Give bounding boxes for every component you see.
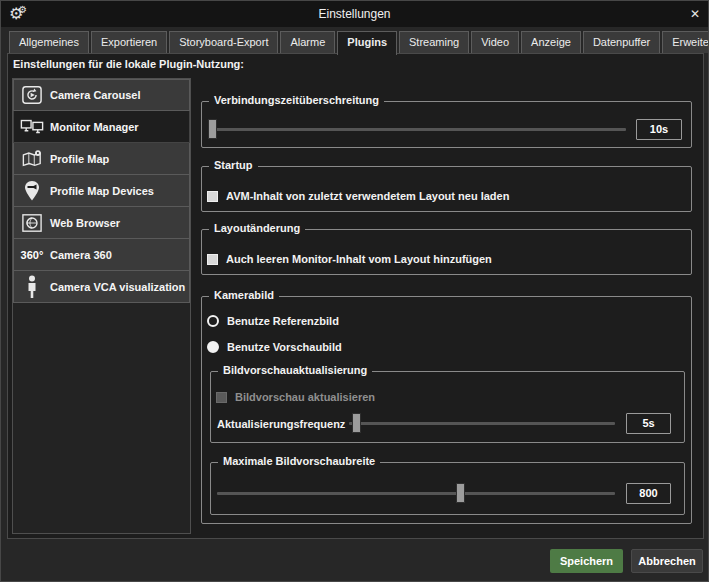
max-width-slider[interactable] (217, 483, 615, 503)
sidebar-item-label: Camera 360 (50, 249, 112, 261)
settings-dialog: ⚙⚙ Einstellungen ✕ Allgemeines Exportier… (0, 0, 709, 582)
group-startup: Startup AVM-Inhalt von zuletzt verwendet… (201, 166, 692, 212)
tab-alarme[interactable]: Alarme (280, 31, 335, 53)
profile-map-devices-icon (14, 180, 50, 202)
tab-allgemeines[interactable]: Allgemeines (9, 31, 89, 53)
tab-streaming[interactable]: Streaming (399, 31, 469, 53)
group-max-preview-width: Maximale Bildvorschaubreite 800 (210, 462, 685, 515)
tab-anzeige[interactable]: Anzeige (521, 31, 581, 53)
tab-erweitert[interactable]: Erweitert (662, 31, 709, 53)
sidebar-item-label: Profile Map Devices (50, 185, 154, 197)
sidebar-item-web-browser[interactable]: Web Browser (13, 207, 190, 239)
sidebar-item-profile-map-devices[interactable]: Profile Map Devices (13, 175, 190, 207)
preview-refresh-checkbox (216, 392, 227, 403)
slider-track (349, 422, 615, 425)
tab-exportieren[interactable]: Exportieren (91, 31, 167, 53)
frequency-slider[interactable] (349, 413, 615, 433)
titlebar: ⚙⚙ Einstellungen ✕ (1, 1, 708, 27)
group-legend: Bildvorschauaktualisierung (218, 364, 372, 376)
sidebar-item-profile-map[interactable]: Profile Map (13, 143, 190, 175)
group-legend: Kamerabild (209, 289, 279, 301)
sidebar-item-label: Profile Map (50, 153, 109, 165)
radio-label: Benutze Vorschaubild (227, 341, 342, 353)
slider-handle[interactable] (352, 413, 361, 433)
group-connection-timeout: Verbindungszeitüberschreitung 10s (201, 101, 692, 148)
plugins-tab-page: Einstellungen für die lokale Plugin-Nutz… (7, 53, 704, 539)
checkbox-label: Auch leeren Monitor-Inhalt vom Layout hi… (226, 253, 492, 265)
group-legend: Verbindungszeitüberschreitung (209, 94, 384, 106)
person-icon (14, 275, 50, 299)
group-camera-image: Kamerabild Benutze Referenzbild Benutze … (201, 296, 692, 524)
monitor-manager-icon (14, 118, 50, 136)
tab-plugins[interactable]: Plugins (337, 31, 397, 55)
sidebar-item-camera-vca[interactable]: Camera VCA visualization (13, 271, 190, 303)
radio-label: Benutze Referenzbild (227, 315, 339, 327)
tab-video[interactable]: Video (471, 31, 519, 53)
use-reference-image-radio[interactable] (207, 315, 219, 327)
tab-storyboard-export[interactable]: Storyboard-Export (169, 31, 278, 53)
sidebar-item-label: Monitor Manager (50, 121, 139, 133)
plugin-list: Camera Carousel Monitor Manager (12, 78, 191, 534)
sidebar-item-monitor-manager[interactable]: Monitor Manager (13, 111, 190, 143)
timeout-slider[interactable] (208, 119, 626, 139)
group-legend: Layoutänderung (209, 222, 305, 234)
page-intro-label: Einstellungen für die lokale Plugin-Nutz… (13, 58, 244, 70)
profile-map-icon (14, 149, 50, 169)
sidebar-item-label: Camera VCA visualization (50, 281, 185, 293)
checkbox-label: Bildvorschau aktualisieren (235, 391, 375, 403)
group-layout-change: Layoutänderung Auch leeren Monitor-Inhal… (201, 229, 692, 275)
camera-carousel-icon (14, 85, 50, 105)
use-preview-image-radio[interactable] (207, 341, 219, 353)
startup-reload-checkbox[interactable] (207, 191, 218, 202)
slider-track (208, 128, 626, 131)
max-width-value: 800 (626, 483, 671, 504)
slider-handle[interactable] (208, 119, 217, 139)
sidebar-item-label: Camera Carousel (50, 89, 141, 101)
slider-track (217, 492, 615, 495)
group-legend: Startup (209, 159, 258, 171)
save-button[interactable]: Speichern (550, 549, 623, 573)
sidebar-item-label: Web Browser (50, 217, 120, 229)
timeout-value: 10s (636, 119, 682, 140)
cancel-button[interactable]: Abbrechen (631, 549, 703, 573)
tab-datenpuffer[interactable]: Datenpuffer (583, 31, 660, 53)
frequency-label: Aktualisierungsfrequenz (217, 418, 345, 430)
frequency-value: 5s (626, 413, 671, 434)
tab-bar: Allgemeines Exportieren Storyboard-Expor… (9, 31, 709, 54)
slider-handle[interactable] (456, 483, 465, 503)
close-icon[interactable]: ✕ (690, 1, 700, 27)
sidebar-item-camera-360[interactable]: 360° Camera 360 (13, 239, 190, 271)
camera-360-icon: 360° (14, 249, 50, 261)
group-legend: Maximale Bildvorschaubreite (218, 455, 380, 467)
window-title: Einstellungen (1, 1, 708, 27)
checkbox-label: AVM-Inhalt von zuletzt verwendetem Layou… (226, 190, 509, 202)
sidebar-item-camera-carousel[interactable]: Camera Carousel (13, 79, 190, 111)
group-preview-update: Bildvorschauaktualisierung Bildvorschau … (210, 371, 685, 443)
web-browser-icon (14, 213, 50, 233)
empty-monitor-checkbox[interactable] (207, 254, 218, 265)
